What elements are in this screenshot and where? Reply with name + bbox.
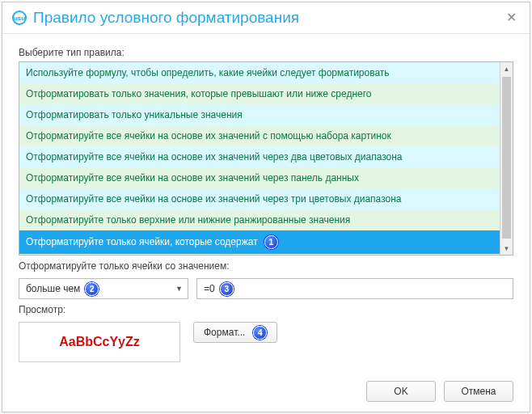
format-preview: AaBbCcYyZz: [19, 322, 180, 362]
dialog-footer: OK Отмена: [19, 370, 513, 402]
rule-type-listbox[interactable]: Используйте формулу, чтобы определить, к…: [19, 61, 513, 256]
scroll-thumb[interactable]: [502, 77, 511, 239]
value-input[interactable]: =0 3: [196, 278, 513, 299]
rule-type-list-inner: Используйте формулу, чтобы определить, к…: [19, 62, 500, 255]
rule-type-item[interactable]: Отформатируйте только ячейки, которые со…: [19, 230, 500, 254]
condition-row: больше чем 2 ▼ =0 3: [19, 278, 513, 299]
ok-button-label: OK: [394, 386, 407, 397]
scroll-up-icon[interactable]: ▲: [500, 62, 513, 75]
operator-combobox[interactable]: больше чем 2 ▼: [19, 278, 188, 299]
rule-type-item[interactable]: Используйте формулу, чтобы определить, к…: [19, 62, 500, 83]
callout-3: 3: [220, 282, 234, 296]
app-icon: usu: [12, 11, 27, 25]
format-button[interactable]: Формат... 4: [193, 322, 277, 343]
label-preview: Просмотр:: [19, 304, 513, 315]
window-title: Правило условного форматирования: [33, 9, 503, 27]
scrollbar-vertical[interactable]: ▲ ▼: [500, 62, 513, 255]
operator-value: больше чем: [26, 283, 80, 294]
rule-type-item[interactable]: Отформатируйте все ячейки на основе их з…: [19, 146, 500, 167]
callout-1: 1: [264, 235, 278, 249]
titlebar: usu Правило условного форматирования ✕: [2, 2, 530, 34]
scroll-track[interactable]: [500, 75, 513, 242]
rule-type-item[interactable]: Отформатируйте все ячейки на основе их з…: [19, 125, 500, 146]
callout-4: 4: [253, 326, 267, 340]
preview-row: AaBbCcYyZz Формат... 4: [19, 322, 513, 362]
ok-button[interactable]: OK: [366, 381, 436, 402]
label-rule-type: Выберите тип правила:: [19, 47, 513, 58]
rule-type-item[interactable]: Отформатировать только уникальные значен…: [19, 104, 500, 125]
label-value-rule: Отформатируйте только ячейки со значение…: [19, 260, 513, 272]
preview-sample-text: AaBbCcYyZz: [59, 335, 140, 349]
scroll-down-icon[interactable]: ▼: [500, 242, 513, 255]
close-icon[interactable]: ✕: [503, 11, 520, 24]
cancel-button-label: Отмена: [461, 386, 496, 397]
rule-type-item[interactable]: Отформатируйте все ячейки на основе их з…: [19, 167, 500, 188]
rule-type-item[interactable]: Отформатировать только значения, которые…: [19, 83, 500, 104]
rule-type-item[interactable]: Отформатируйте все ячейки на основе их з…: [19, 188, 500, 209]
callout-2: 2: [85, 282, 99, 296]
value-text: =0: [204, 283, 215, 294]
dialog-conditional-formatting-rule: usu Правило условного форматирования ✕ В…: [2, 2, 530, 412]
dialog-content: Выберите тип правила: Используйте формул…: [2, 34, 530, 412]
cancel-button[interactable]: Отмена: [444, 381, 513, 402]
rule-type-item[interactable]: Отформатируйте только верхние или нижние…: [19, 209, 500, 230]
format-button-label: Формат...: [204, 327, 245, 338]
chevron-down-icon: ▼: [175, 285, 183, 293]
